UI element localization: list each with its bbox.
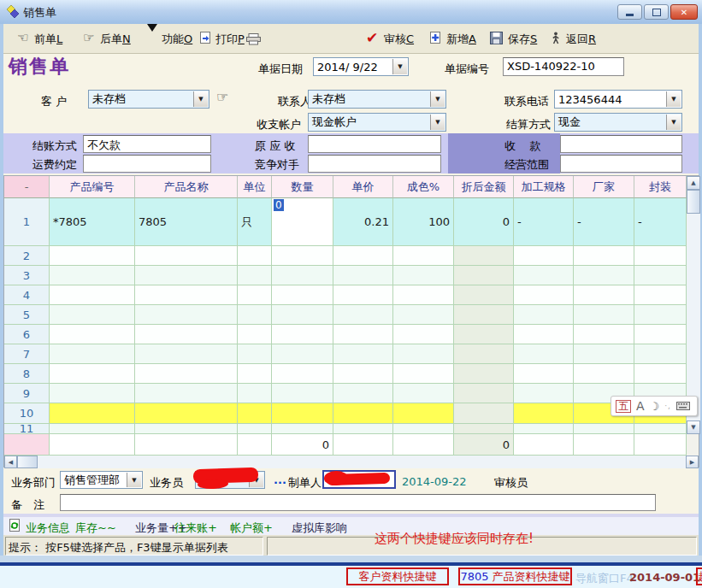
grid-cell[interactable] [574,266,634,285]
row-number[interactable]: 2 [4,246,50,266]
grid-cell[interactable] [238,424,272,434]
grid-cell[interactable] [574,325,634,344]
doc-no-input[interactable]: XSD-140922-10 [503,57,624,76]
orig-recv-input[interactable] [308,135,441,153]
refresh-doc-icon[interactable] [9,519,21,532]
billing-input[interactable]: 不欠款 [83,135,211,153]
grid-cell[interactable] [634,364,687,384]
grid-cell[interactable] [333,305,393,325]
grid-cell[interactable] [135,305,238,325]
virtual-stock-link[interactable]: 虚拟库影响 [292,520,347,536]
grid-cell[interactable] [574,424,634,434]
grid-cell[interactable] [393,325,454,344]
grid-cell[interactable] [574,344,634,364]
row-number[interactable]: 6 [4,325,50,344]
grid-cell[interactable] [238,305,272,325]
current-account-link[interactable]: 往来账+ [174,520,217,536]
add-button[interactable]: 新增A [446,32,476,47]
grid-cell[interactable] [50,285,135,305]
customer-combo[interactable]: 未存档▼ [88,90,209,109]
save-button[interactable]: 保存S [508,32,537,47]
grid-cell[interactable] [135,403,238,424]
grid-cell[interactable] [333,424,393,434]
grid-cell[interactable] [514,305,574,325]
grid-cell[interactable] [135,325,238,344]
grid-cell[interactable] [393,266,454,285]
grid-cell[interactable] [634,305,687,325]
business-info-link[interactable]: 业务信息 [26,520,70,536]
grid-cell[interactable] [50,266,135,285]
grid-cell[interactable] [333,285,393,305]
header-cell[interactable]: 产品编号 [50,176,135,198]
header-cell[interactable]: 封装 [634,176,687,198]
audit-button[interactable]: 审核C [384,32,414,47]
grid-cell[interactable] [634,325,687,344]
grid-cell[interactable] [135,384,238,403]
dept-combo[interactable]: 销售管理部▼ [60,471,143,489]
doc-date-combo[interactable]: 2014/ 9/22▼ [313,57,409,76]
account-combo[interactable]: 现金帐户▼ [308,113,446,132]
phone-combo[interactable]: 123456444▼ [554,90,682,109]
chevron-down-icon[interactable]: ▼ [666,91,681,107]
grid-cell[interactable] [135,364,238,384]
grid-cell[interactable] [333,364,393,384]
scroll-left-icon[interactable]: ◀ [4,456,17,468]
header-cell[interactable]: 折后金额 [454,176,514,198]
customer-shortcut[interactable]: 客户资料快捷键 [359,569,437,585]
grid-cell[interactable] [634,424,687,434]
moon-icon[interactable]: ☽ [650,400,660,413]
grid-cell[interactable] [333,344,393,364]
chevron-down-icon[interactable]: ▼ [193,91,208,107]
stock-link[interactable]: 库存~~ [75,520,116,536]
grid-cell[interactable] [454,285,514,305]
grid-cell[interactable] [454,403,514,424]
grid-cell[interactable] [454,364,514,384]
grid-cell[interactable] [393,384,454,403]
chevron-down-icon[interactable]: ▼ [392,59,407,74]
header-cell[interactable]: 加工规格 [514,176,574,198]
grid-cell[interactable] [454,384,514,403]
grid-cell[interactable] [50,424,135,434]
grid-cell[interactable] [333,325,393,344]
settle-combo[interactable]: 现金▼ [554,113,682,132]
grid-cell[interactable] [238,344,272,364]
balance-link[interactable]: 帐户额+ [230,520,273,536]
grid-cell[interactable] [50,403,135,424]
grid-cell[interactable] [272,384,333,403]
grid-cell[interactable] [634,266,687,285]
grid-cell[interactable] [514,266,574,285]
header-cell[interactable]: - [4,176,50,198]
grid-cell[interactable] [454,305,514,325]
header-cell[interactable]: 单位 [238,176,272,198]
competitor-input[interactable] [308,155,441,173]
grid-cell[interactable] [393,305,454,325]
nav-window-link[interactable]: 导航窗口F4 [575,571,634,586]
grid-cell[interactable] [50,364,135,384]
row-number[interactable]: 9 [4,384,50,403]
hand-pointer-icon[interactable]: ☞ [216,91,228,103]
row-number[interactable]: 8 [4,364,50,384]
grid-cell[interactable] [272,325,333,344]
grid-cell[interactable] [514,246,574,266]
grid-cell[interactable] [514,403,574,424]
grid-cell[interactable] [333,384,393,403]
grid-cell[interactable] [135,344,238,364]
row-number[interactable]: 1 [4,198,50,246]
grid-cell[interactable] [272,424,333,434]
header-cell[interactable]: 成色% [393,176,454,198]
grid-cell[interactable]: 只 [238,198,272,246]
grid-cell[interactable] [50,246,135,266]
grid-cell[interactable] [634,246,687,266]
grid-cell[interactable]: *7805 [50,198,135,246]
grid-cell[interactable] [393,424,454,434]
remark-input[interactable] [60,494,656,511]
minimize-button[interactable] [617,4,642,20]
grid-cell[interactable]: - [634,198,687,246]
grid-cell[interactable] [272,246,333,266]
header-cell[interactable]: 单价 [333,176,393,198]
header-cell[interactable]: 厂家 [574,176,634,198]
back-button[interactable]: 返回R [566,32,596,47]
grid-cell[interactable]: - [574,198,634,246]
row-number[interactable]: 7 [4,344,50,364]
grid-cell[interactable] [238,246,272,266]
